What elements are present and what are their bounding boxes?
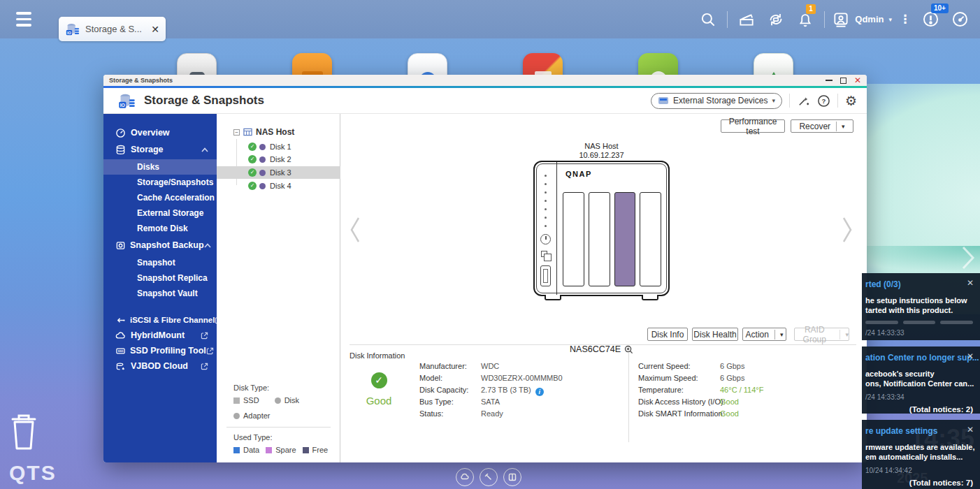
recover-button[interactable]: Recover ▾	[791, 119, 853, 133]
capacity-info-icon[interactable]: i	[535, 388, 544, 396]
toast-close-icon[interactable]: ✕	[967, 278, 974, 288]
legend-label: Adapter	[243, 411, 271, 420]
disk-swatch	[275, 397, 281, 404]
sidebar-item-snapshot-vault[interactable]: Snapshot Vault	[103, 286, 217, 301]
storage-snapshots-app-icon: IO	[65, 22, 80, 37]
info-row: Manufacturer:	[419, 362, 467, 370]
background-tasks-icon[interactable]	[732, 10, 761, 29]
info-row: Temperature:	[638, 386, 684, 394]
qts-logo: QTS	[9, 461, 57, 485]
utilities-link-icon[interactable]	[480, 468, 498, 486]
drive-bay-2[interactable]	[589, 192, 610, 286]
close-button[interactable]: ✕	[854, 77, 861, 84]
desktop-next-chevron-icon[interactable]	[959, 245, 977, 271]
performance-test-button[interactable]: Performance test	[721, 119, 785, 133]
more-options-icon[interactable]: ⋮	[895, 12, 916, 27]
sidebar-item-snapshot-backup[interactable]: Snapshot Backup	[103, 238, 217, 253]
setup-progress-bar	[865, 321, 973, 324]
carousel-right-icon[interactable]	[841, 216, 853, 244]
app-tab-storage-snapshots[interactable]: IO Storage & S... ✕	[59, 17, 166, 41]
raid-group-button[interactable]: RAID Group ▾	[794, 328, 849, 341]
action-caret-icon: ▾	[774, 330, 784, 340]
raid-caret-icon: ▾	[840, 330, 849, 340]
spare-swatch	[266, 447, 272, 453]
system-alerts-icon[interactable]: 10+	[916, 10, 945, 29]
tab-close-icon[interactable]: ✕	[151, 24, 159, 35]
section-divider	[350, 344, 856, 345]
tree-node-disk-4[interactable]: ✓ Disk 4	[217, 180, 340, 192]
device-foot	[545, 295, 561, 300]
vjbod-disk-icon	[115, 361, 127, 372]
drive-bay-1[interactable]	[563, 192, 584, 286]
svg-text:IO: IO	[120, 102, 125, 107]
minimize-button[interactable]	[826, 80, 833, 81]
tutorial-link-icon[interactable]	[503, 468, 521, 486]
legend-label: Spare	[275, 446, 296, 454]
sidebar-item-disks[interactable]: Disks	[103, 159, 217, 175]
health-check-icon: ✓	[371, 372, 387, 388]
sidebar-item-storage-snapshots[interactable]: Storage/Snapshots	[103, 175, 217, 190]
power-button-icon	[540, 234, 551, 245]
disk-info-button[interactable]: Disk Info	[647, 328, 688, 341]
sidebar-item-external-storage[interactable]: External Storage	[103, 205, 217, 221]
nas-caption: NAS Host 10.69.12.237	[533, 142, 670, 160]
search-icon[interactable]	[693, 10, 723, 29]
sidebar-item-hybridmount[interactable]: HybridMount	[103, 328, 217, 343]
info-row: Disk SMART Information:	[638, 409, 725, 418]
sidebar-item-cache-acceleration[interactable]: Cache Acceleration	[103, 190, 217, 205]
device-selector-dropdown[interactable]: External Storage Devices ▾	[651, 93, 782, 109]
tree-node-disk-1[interactable]: ✓ Disk 1	[217, 140, 340, 153]
external-device-sync-icon[interactable]	[761, 10, 791, 29]
tree-node-disk-2[interactable]: ✓ Disk 2	[217, 153, 340, 166]
nas-device-illustration[interactable]: QNAP	[533, 161, 670, 296]
legend-label: Free	[312, 446, 329, 454]
settings-gear-icon[interactable]: ⚙	[845, 94, 857, 108]
dashboard-icon[interactable]	[945, 10, 974, 29]
tree-legend: Disk Type: SSD Disk Adapter Used Type:	[217, 378, 340, 462]
gauge-icon	[115, 128, 127, 138]
smart-wizard-icon[interactable]	[797, 94, 810, 108]
user-menu[interactable]: Qdmin ▾	[832, 10, 892, 29]
action-button[interactable]: Action ▾	[742, 328, 786, 341]
window-titlebar[interactable]: Storage & Snapshots ✕	[103, 75, 867, 86]
drive-bay-4[interactable]	[640, 192, 661, 286]
sidebar-item-remote-disk[interactable]: Remote Disk	[103, 221, 217, 236]
desktop-dock	[456, 468, 521, 486]
toast-title: re update settings	[865, 426, 973, 436]
notifications-bell-icon[interactable]: 1	[791, 10, 820, 29]
drive-bays	[563, 192, 661, 286]
sidebar-item-snapshot-replica[interactable]: Snapshot Replica	[103, 270, 217, 286]
sidebar-item-ssd-profiling-tool[interactable]: SSD SSD Profiling Tool	[103, 343, 217, 358]
toast-close-icon[interactable]: ✕	[967, 425, 974, 435]
myqnapcloud-link-icon[interactable]	[456, 468, 474, 486]
help-icon[interactable]: ?	[817, 94, 830, 108]
maximize-button[interactable]	[840, 78, 846, 84]
main-menu-icon[interactable]	[16, 12, 33, 30]
toast-get-started[interactable]: ✕ rted (0/3) he setup instructions below…	[862, 273, 980, 340]
toast-close-icon[interactable]: ✕	[967, 351, 974, 361]
external-link-icon	[206, 347, 214, 355]
tree-node-nas-host[interactable]: − NAS Host	[217, 125, 340, 139]
carousel-left-icon[interactable]	[349, 216, 361, 244]
sidebar-item-iscsi-fibre-channel[interactable]: iSCSI & Fibre Channel	[103, 312, 217, 328]
sidebar-item-vjbod-cloud[interactable]: VJBOD Cloud	[103, 358, 217, 374]
tree-expander-icon[interactable]: −	[233, 129, 240, 136]
status-good-icon: ✓	[248, 182, 257, 190]
used-type-title: Used Type:	[233, 433, 340, 441]
toast-firmware-update[interactable]: 14:35 2025 ✕ re update settings rmware u…	[862, 420, 980, 489]
header-divider	[789, 94, 790, 108]
toast-body-line: rmware updates are available,	[865, 442, 973, 452]
info-row: Maximum Speed:	[638, 374, 698, 382]
info-row: Model:	[419, 374, 442, 382]
tree-node-disk-3[interactable]: ✓ Disk 3	[217, 166, 340, 179]
toast-timestamp: /24 14:33:33	[865, 329, 973, 337]
ssd-icon: SSD	[115, 346, 126, 356]
toast-notification-center[interactable]: ✕ ation Center no longer sup... acebook'…	[862, 346, 980, 414]
sidebar-item-overview[interactable]: Overview	[103, 125, 217, 140]
drive-bay-3-selected[interactable]	[614, 192, 636, 286]
storage-snapshots-window: Storage & Snapshots ✕ IO Storage & Snaps…	[103, 75, 867, 462]
sidebar-item-storage[interactable]: Storage	[103, 142, 217, 157]
recycle-bin-icon[interactable]	[7, 409, 41, 451]
sidebar-item-snapshot[interactable]: Snapshot	[103, 255, 217, 270]
disk-health-button[interactable]: Disk Health	[692, 328, 738, 341]
